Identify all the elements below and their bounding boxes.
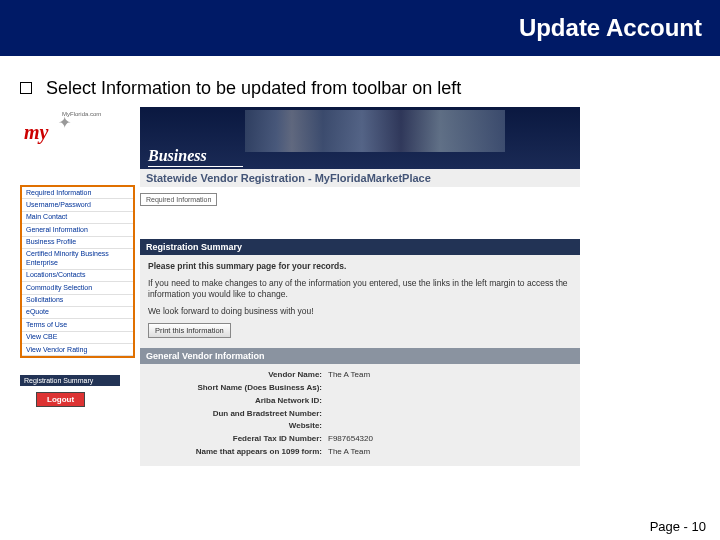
logo-word: my: [24, 121, 48, 144]
field-website: Website:: [148, 421, 572, 432]
field-value: F987654320: [328, 434, 373, 445]
sidebar-item-solicitations[interactable]: Solicitations: [22, 295, 133, 307]
vendor-info-fields: Vendor Name: The A Team Short Name (Does…: [140, 364, 580, 466]
square-bullet-icon: [20, 82, 32, 94]
sidebar-item-business-profile[interactable]: Business Profile: [22, 237, 133, 249]
banner: Business: [140, 107, 580, 169]
slide-title: Update Account: [519, 14, 702, 42]
field-label: Name that appears on 1099 form:: [148, 447, 328, 458]
slide-title-bar: Update Account: [0, 0, 720, 56]
section-general-vendor-info: General Vendor Information: [140, 348, 580, 364]
section-registration-summary: Registration Summary: [140, 239, 580, 255]
screenshot-left-column: MyFlorida.com my ✦ Required Information …: [20, 107, 135, 492]
banner-underline: [148, 166, 243, 167]
sidebar-item-equote[interactable]: eQuote: [22, 307, 133, 319]
sidebar-item-cmbe[interactable]: Certified Minority Business Enterprise: [22, 249, 133, 270]
field-value: The A Team: [328, 370, 370, 381]
sidebar-registration-summary[interactable]: Registration Summary: [20, 375, 120, 386]
field-vendor-name: Vendor Name: The A Team: [148, 370, 572, 381]
star-icon: ✦: [58, 113, 71, 132]
field-value: The A Team: [328, 447, 370, 458]
sidebar-nav: Required Information Username/Password M…: [20, 185, 135, 358]
banner-collage-image: [245, 110, 505, 152]
sidebar-item-main-contact[interactable]: Main Contact: [22, 212, 133, 224]
field-label: Federal Tax ID Number:: [148, 434, 328, 445]
instruction-row: Select Information to be updated from to…: [20, 78, 720, 99]
sidebar-item-general-information[interactable]: General Information: [22, 224, 133, 236]
screenshot-main-column: Business Statewide Vendor Registration -…: [140, 107, 580, 492]
field-label: Short Name (Does Business As):: [148, 383, 328, 394]
logout-button[interactable]: Logout: [36, 392, 85, 407]
sidebar-item-username-password[interactable]: Username/Password: [22, 199, 133, 211]
sidebar-item-locations-contacts[interactable]: Locations/Contacts: [22, 270, 133, 282]
page-number: Page - 10: [650, 519, 706, 534]
sidebar-item-terms-of-use[interactable]: Terms of Use: [22, 319, 133, 331]
field-short-name: Short Name (Does Business As):: [148, 383, 572, 394]
field-1099-name: Name that appears on 1099 form: The A Te…: [148, 447, 572, 458]
sidebar-item-view-cbe[interactable]: View CBE: [22, 332, 133, 344]
page-heading: Statewide Vendor Registration - MyFlorid…: [140, 169, 580, 187]
field-label: Vendor Name:: [148, 370, 328, 381]
field-label: Website:: [148, 421, 328, 432]
summary-line-2: If you need to make changes to any of th…: [148, 278, 572, 300]
field-label: Dun and Bradstreet Number:: [148, 409, 328, 420]
field-ariba-id: Ariba Network ID:: [148, 396, 572, 407]
print-button[interactable]: Print this Information: [148, 323, 231, 338]
breadcrumb: Required Information: [140, 193, 217, 206]
field-federal-tax-id: Federal Tax ID Number: F987654320: [148, 434, 572, 445]
field-duns: Dun and Bradstreet Number:: [148, 409, 572, 420]
banner-label: Business: [148, 147, 207, 165]
logo: MyFlorida.com my ✦: [20, 107, 135, 149]
sidebar-item-required-information[interactable]: Required Information: [22, 187, 133, 199]
summary-line-3: We look forward to doing business with y…: [148, 306, 572, 317]
field-label: Ariba Network ID:: [148, 396, 328, 407]
embedded-screenshot: MyFlorida.com my ✦ Required Information …: [20, 107, 580, 492]
sidebar-item-view-vendor-rating[interactable]: View Vendor Rating: [22, 344, 133, 356]
instruction-text: Select Information to be updated from to…: [46, 78, 461, 99]
summary-body: Please print this summary page for your …: [140, 255, 580, 348]
logout-wrap: Logout: [36, 395, 85, 404]
sidebar-item-commodity-selection[interactable]: Commodity Selection: [22, 282, 133, 294]
summary-line-1: Please print this summary page for your …: [148, 261, 572, 272]
